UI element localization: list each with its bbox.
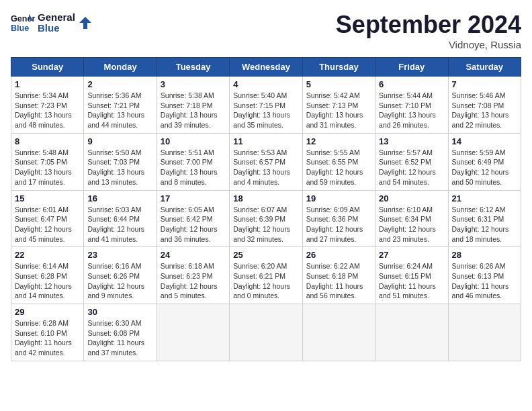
month-title: September 2024 [336,11,521,39]
empty-cell [375,304,448,361]
page-header: General Blue General Blue September 2024… [11,11,521,50]
day-10: 10Sunrise: 5:51 AMSunset: 7:00 PMDayligh… [157,133,229,190]
week-row-4: 22Sunrise: 6:14 AMSunset: 6:28 PMDayligh… [11,247,521,304]
week-row-1: 1Sunrise: 5:34 AMSunset: 7:23 PMDaylight… [11,77,521,134]
empty-cell [157,304,229,361]
logo-general: General [38,12,75,24]
day-11: 11Sunrise: 5:53 AMSunset: 6:57 PMDayligh… [230,133,302,190]
logo-icon: General Blue [11,11,35,35]
day-8: 8Sunrise: 5:48 AMSunset: 7:05 PMDaylight… [11,133,84,190]
day-23: 23Sunrise: 6:16 AMSunset: 6:26 PMDayligh… [84,247,157,304]
day-7: 7Sunrise: 5:46 AMSunset: 7:08 PMDaylight… [448,77,521,134]
col-thursday: Thursday [302,58,375,77]
col-monday: Monday [84,58,157,77]
day-5: 5Sunrise: 5:42 AMSunset: 7:13 PMDaylight… [302,77,375,134]
logo: General Blue General Blue [11,11,93,35]
day-28: 28Sunrise: 6:26 AMSunset: 6:13 PMDayligh… [448,247,521,304]
day-4: 4Sunrise: 5:40 AMSunset: 7:15 PMDaylight… [230,77,302,134]
col-tuesday: Tuesday [157,58,229,77]
day-25: 25Sunrise: 6:20 AMSunset: 6:21 PMDayligh… [230,247,302,304]
day-18: 18Sunrise: 6:07 AMSunset: 6:39 PMDayligh… [230,190,302,247]
day-30: 30Sunrise: 6:30 AMSunset: 6:08 PMDayligh… [84,304,157,361]
col-sunday: Sunday [11,58,84,77]
logo-blue: Blue [38,23,75,34]
week-row-2: 8Sunrise: 5:48 AMSunset: 7:05 PMDaylight… [11,133,521,190]
day-17: 17Sunrise: 6:05 AMSunset: 6:42 PMDayligh… [157,190,229,247]
day-2: 2Sunrise: 5:36 AMSunset: 7:21 PMDaylight… [84,77,157,134]
day-29: 29Sunrise: 6:28 AMSunset: 6:10 PMDayligh… [11,304,84,361]
empty-cell [448,304,521,361]
day-20: 20Sunrise: 6:10 AMSunset: 6:34 PMDayligh… [375,190,448,247]
day-21: 21Sunrise: 6:12 AMSunset: 6:31 PMDayligh… [448,190,521,247]
logo-arrow-icon [78,15,93,30]
empty-cell [302,304,375,361]
day-15: 15Sunrise: 6:01 AMSunset: 6:47 PMDayligh… [11,190,84,247]
day-24: 24Sunrise: 6:18 AMSunset: 6:23 PMDayligh… [157,247,229,304]
svg-text:Blue: Blue [11,24,29,33]
svg-marker-3 [79,17,91,29]
day-26: 26Sunrise: 6:22 AMSunset: 6:18 PMDayligh… [302,247,375,304]
day-14: 14Sunrise: 5:59 AMSunset: 6:49 PMDayligh… [448,133,521,190]
title-block: September 2024 Vidnoye, Russia [336,11,521,50]
calendar-table: Sunday Monday Tuesday Wednesday Thursday… [11,57,521,361]
week-row-3: 15Sunrise: 6:01 AMSunset: 6:47 PMDayligh… [11,190,521,247]
col-friday: Friday [375,58,448,77]
day-9: 9Sunrise: 5:50 AMSunset: 7:03 PMDaylight… [84,133,157,190]
day-1: 1Sunrise: 5:34 AMSunset: 7:23 PMDaylight… [11,77,84,134]
day-27: 27Sunrise: 6:24 AMSunset: 6:15 PMDayligh… [375,247,448,304]
col-wednesday: Wednesday [230,58,302,77]
location-label: Vidnoye, Russia [336,39,521,50]
week-row-5: 29Sunrise: 6:28 AMSunset: 6:10 PMDayligh… [11,304,521,361]
day-12: 12Sunrise: 5:55 AMSunset: 6:55 PMDayligh… [302,133,375,190]
day-3: 3Sunrise: 5:38 AMSunset: 7:18 PMDaylight… [157,77,229,134]
day-6: 6Sunrise: 5:44 AMSunset: 7:10 PMDaylight… [375,77,448,134]
day-16: 16Sunrise: 6:03 AMSunset: 6:44 PMDayligh… [84,190,157,247]
day-13: 13Sunrise: 5:57 AMSunset: 6:52 PMDayligh… [375,133,448,190]
empty-cell [230,304,302,361]
day-19: 19Sunrise: 6:09 AMSunset: 6:36 PMDayligh… [302,190,375,247]
day-22: 22Sunrise: 6:14 AMSunset: 6:28 PMDayligh… [11,247,84,304]
col-saturday: Saturday [448,58,521,77]
